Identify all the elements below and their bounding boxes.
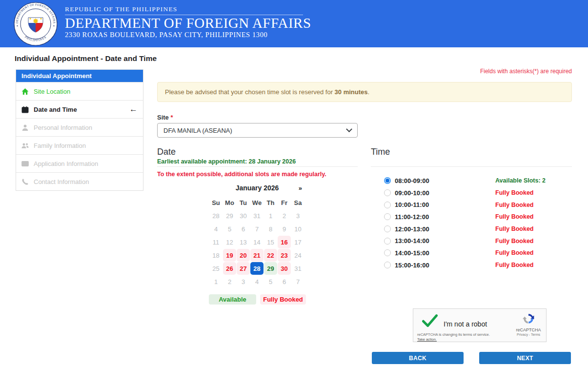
calendar-day[interactable]: 1 <box>264 209 277 222</box>
calendar-day[interactable]: 16 <box>278 236 291 248</box>
calendar-day[interactable]: 25 <box>209 262 223 275</box>
calendar-day[interactable]: 17 <box>291 236 304 248</box>
calendar-day[interactable]: 26 <box>223 262 236 275</box>
time-slot-label[interactable]: 14:00-15:00 <box>395 249 429 257</box>
card-icon <box>21 160 29 167</box>
time-slot-label[interactable]: 10:00-11:00 <box>395 201 429 208</box>
calendar-day[interactable]: 20 <box>237 249 250 262</box>
sidebar-item-label: Date and Time <box>34 106 77 113</box>
date-picker-calendar: January 2026 » Su Mo Tu We Th Fr Sa 28 2… <box>209 184 305 288</box>
time-slot-row: 08:00-09:00 Available Slots: 2 <box>384 175 572 187</box>
checkmark-icon[interactable] <box>422 314 438 327</box>
calendar-day[interactable]: 13 <box>237 236 250 248</box>
reservation-notice: Please be advised that your chosen time … <box>157 82 572 102</box>
calendar-day[interactable]: 19 <box>223 249 236 262</box>
recaptcha-logo-icon <box>522 312 535 325</box>
recaptcha-widget: I'm not a robot reCAPTCHA is changing it… <box>413 308 547 342</box>
calendar-day[interactable]: 3 <box>291 209 304 222</box>
calendar-day[interactable]: 5 <box>264 275 277 288</box>
time-slot-radio[interactable] <box>384 238 391 245</box>
calendar-day-available[interactable]: 29 <box>264 262 277 275</box>
calendar-day[interactable]: 21 <box>250 249 264 262</box>
time-slot-row: 14:00-15:00 Fully Booked <box>384 247 572 259</box>
time-slot-radio[interactable] <box>384 189 391 196</box>
calendar-day[interactable]: 4 <box>250 275 264 288</box>
recaptcha-take-action-link[interactable]: Take action. <box>417 337 437 342</box>
time-slot-radio[interactable] <box>384 177 391 184</box>
time-slot-radio[interactable] <box>384 249 391 256</box>
calendar-day[interactable]: 2 <box>223 275 236 288</box>
calendar-day[interactable]: 28 <box>209 209 223 222</box>
time-slot-status: Fully Booked <box>495 262 533 268</box>
user-icon <box>21 124 29 131</box>
time-slot-label[interactable]: 08:00-09:00 <box>395 177 429 184</box>
calendar-day[interactable]: 30 <box>237 209 250 222</box>
calendar-day[interactable]: 6 <box>278 275 291 288</box>
sidebar-item-label: Family Information <box>34 142 86 149</box>
time-slot-label[interactable]: 13:00-14:00 <box>395 237 429 245</box>
page-title: Individual Appointment - Date and Time <box>15 54 157 63</box>
phone-icon <box>21 178 29 185</box>
sidebar-item-label: Site Location <box>34 88 70 95</box>
calendar-day[interactable]: 6 <box>237 223 250 235</box>
back-button[interactable]: BACK <box>372 352 464 364</box>
calendar-day[interactable]: 31 <box>291 262 304 275</box>
calendar-day[interactable]: 12 <box>223 236 236 248</box>
calendar-day[interactable]: 18 <box>209 249 223 262</box>
calendar-month-label: January 2026 » <box>209 184 305 196</box>
legend-fully-booked: Fully Booked <box>260 294 306 305</box>
calendar-day[interactable]: 23 <box>278 249 291 262</box>
header-department-title: DEPARTMENT OF FOREIGN AFFAIRS <box>65 16 311 30</box>
sidebar-item-site-location[interactable]: Site Location <box>16 82 143 100</box>
time-slot-status: Fully Booked <box>495 249 533 256</box>
sidebar-item-date-and-time[interactable]: Date and Time ← <box>16 100 143 118</box>
time-slot-row: 15:00-16:00 Fully Booked <box>384 259 572 271</box>
calendar-day[interactable]: 9 <box>278 223 291 235</box>
recaptcha-label: I'm not a robot <box>444 320 487 328</box>
calendar-day[interactable]: 8 <box>264 223 277 235</box>
time-slot-radio[interactable] <box>384 262 391 268</box>
time-slot-radio[interactable] <box>384 202 391 208</box>
time-slot-label[interactable]: 12:00-13:00 <box>395 225 429 233</box>
calendar-day[interactable]: 24 <box>291 249 304 262</box>
time-slot-list: 08:00-09:00 Available Slots: 2 09:00-10:… <box>384 175 572 271</box>
sidebar-item-contact-information: Contact Information <box>16 172 143 190</box>
calendar-day[interactable]: 11 <box>209 236 223 248</box>
calendar-day-grid: 28 29 30 31 1 2 3 4 5 6 7 8 9 10 11 12 1… <box>209 209 305 288</box>
sidebar-item-label: Personal Information <box>34 124 92 131</box>
calendar-day[interactable]: 4 <box>209 223 223 235</box>
calendar-day[interactable]: 27 <box>237 262 250 275</box>
time-slot-label[interactable]: 15:00-16:00 <box>395 262 429 269</box>
calendar-day[interactable]: 7 <box>250 223 264 235</box>
time-slot-row: 09:00-10:00 Fully Booked <box>384 187 572 199</box>
calendar-day[interactable]: 7 <box>291 275 304 288</box>
calendar-day[interactable]: 5 <box>223 223 236 235</box>
site-select[interactable]: DFA MANILA (ASEANA) <box>157 123 358 138</box>
calendar-day[interactable]: 10 <box>291 223 304 235</box>
calendar-day[interactable]: 14 <box>250 236 264 248</box>
calendar-day-selected[interactable]: 28 <box>250 262 264 275</box>
calendar-day[interactable]: 22 <box>264 249 277 262</box>
time-slot-label[interactable]: 09:00-10:00 <box>395 189 429 197</box>
sidebar-item-personal-information: Personal Information <box>16 118 143 136</box>
time-slot-label[interactable]: 11:00-12:00 <box>395 213 429 221</box>
calendar-day[interactable]: 15 <box>264 236 277 248</box>
time-slot-radio[interactable] <box>384 225 391 232</box>
calendar-next-month-button[interactable]: » <box>299 184 302 192</box>
calendar-weekday-row: Su Mo Tu We Th Fr Sa <box>209 196 305 209</box>
calendar-day[interactable]: 3 <box>237 275 250 288</box>
sidebar-header: Individual Appointment <box>16 70 143 82</box>
time-slot-radio[interactable] <box>384 213 391 220</box>
recaptcha-privacy-terms-links[interactable]: Privacy - Terms <box>516 333 541 336</box>
calendar-day[interactable]: 1 <box>209 275 223 288</box>
time-slot-row: 13:00-14:00 Fully Booked <box>384 235 572 247</box>
time-slot-status: Fully Booked <box>495 189 533 196</box>
calendar-day[interactable]: 2 <box>278 209 291 222</box>
current-step-arrow-icon: ← <box>129 104 138 114</box>
calendar-day[interactable]: 29 <box>223 209 236 222</box>
sidebar-item-application-information: Application Information <box>16 154 143 172</box>
next-button[interactable]: NEXT <box>479 352 571 364</box>
time-slot-status: Fully Booked <box>495 213 533 220</box>
calendar-day[interactable]: 30 <box>278 262 291 275</box>
calendar-day[interactable]: 31 <box>250 209 264 222</box>
